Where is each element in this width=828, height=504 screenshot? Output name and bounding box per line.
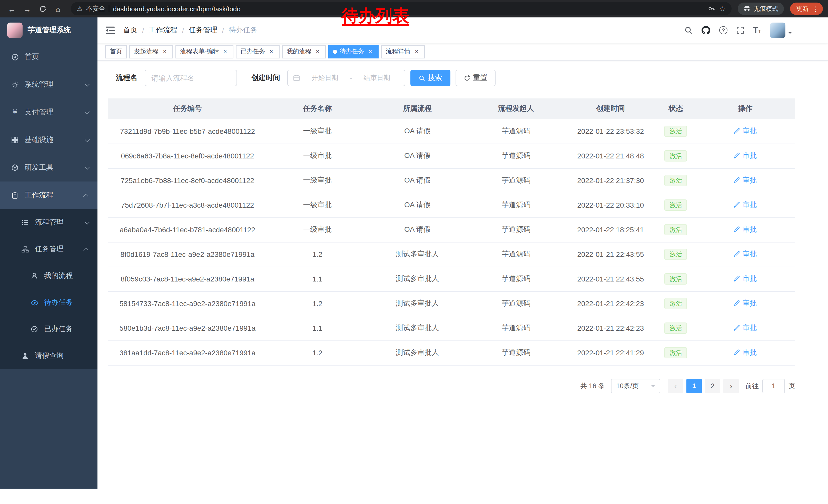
sidebar-item-home[interactable]: 首页 (0, 43, 97, 71)
update-button[interactable]: 更新 ⋮ (790, 3, 823, 15)
prev-page-button[interactable]: ‹ (668, 379, 683, 393)
page-button-1[interactable]: 1 (687, 379, 702, 393)
breadcrumb-current: 待办任务 (229, 26, 257, 35)
start-date-input[interactable]: 开始日期 (302, 73, 348, 83)
forward-button[interactable]: → (20, 2, 34, 15)
table-row: 8f0d1619-7ac8-11ec-a9e2-a2380e71991a 1.2… (108, 242, 795, 267)
workflow-submenu: 流程管理 任务管理 (0, 209, 97, 369)
breadcrumb-link-home[interactable]: 首页 (123, 26, 137, 35)
goto-page-input[interactable] (762, 379, 785, 393)
task-id-cell: 725a1eb6-7b88-11ec-8ef0-acde48001122 (108, 168, 267, 193)
task-id-cell: 58154733-7ac8-11ec-a9e2-a2380e71991a (108, 291, 267, 316)
key-icon[interactable] (708, 5, 715, 12)
process-cell: OA 请假 (368, 193, 467, 217)
task-id-cell: 75d72608-7b7f-11ec-a3c8-acde48001122 (108, 193, 267, 217)
help-icon[interactable]: ? (719, 26, 728, 34)
create-time-cell: 2022-01-21 22:41:29 (565, 340, 656, 365)
approve-button[interactable]: 审批 (734, 225, 757, 234)
page-button-2[interactable]: 2 (705, 379, 720, 393)
tags-bar: 首页 发起流程 × 流程表单-编辑 × 已办任务 × 我的流程 × (97, 43, 828, 60)
search-button[interactable]: 搜索 (410, 70, 450, 86)
reset-button[interactable]: 重置 (456, 70, 496, 86)
breadcrumb-link-task-management[interactable]: 任务管理 (189, 26, 217, 35)
col-actions: 操作 (695, 98, 795, 119)
range-separator: - (350, 74, 352, 82)
table-row: 381aa1dd-7ac8-11ec-a9e2-a2380e71991a 1.2… (108, 340, 795, 365)
font-size-icon[interactable]: TT (753, 26, 761, 34)
col-starter: 流程发起人 (467, 98, 565, 119)
page-size-select[interactable]: 10条/页 (611, 379, 660, 393)
star-icon[interactable]: ☆ (719, 5, 726, 13)
sidebar-item-process-management[interactable]: 流程管理 (0, 209, 97, 236)
close-icon[interactable]: × (268, 48, 275, 55)
close-icon[interactable]: × (413, 48, 420, 55)
approve-button[interactable]: 审批 (734, 324, 757, 333)
user-menu[interactable] (770, 22, 792, 38)
approve-button[interactable]: 审批 (734, 348, 757, 357)
process-name-input[interactable] (145, 70, 237, 86)
avatar[interactable] (770, 22, 785, 38)
search-icon[interactable] (685, 26, 693, 34)
grid-icon (10, 136, 19, 144)
sidebar-item-label: 支付管理 (25, 108, 53, 117)
breadcrumb-separator: / (142, 26, 144, 34)
status-badge: 激活 (665, 273, 687, 284)
tab-todo-tasks[interactable]: 待办任务 × (328, 45, 379, 58)
col-status: 状态 (656, 98, 696, 119)
approve-button[interactable]: 审批 (734, 200, 757, 210)
user-icon (20, 352, 30, 359)
sidebar-item-system[interactable]: 系统管理 (0, 71, 97, 98)
approve-button[interactable]: 审批 (734, 151, 757, 161)
task-name-cell: 1.2 (267, 242, 368, 267)
approve-button[interactable]: 审批 (734, 299, 757, 308)
breadcrumb-link-workflow[interactable]: 工作流程 (149, 26, 177, 35)
process-name-label: 流程名 (116, 73, 137, 83)
sidebar-item-leave-query[interactable]: 请假查询 (0, 342, 97, 369)
sidebar-item-devtools[interactable]: 研发工具 (0, 154, 97, 182)
action-cell: 审批 (695, 267, 795, 291)
action-cell: 审批 (695, 316, 795, 340)
task-id-cell: 8f059c03-7ac8-11ec-a9e2-a2380e71991a (108, 267, 267, 291)
sidebar-item-todo-tasks[interactable]: 待办任务 (0, 289, 97, 316)
sidebar-item-infrastructure[interactable]: 基础设施 (0, 126, 97, 154)
status-cell: 激活 (656, 217, 696, 242)
tab-home[interactable]: 首页 (105, 45, 127, 58)
tab-form-edit[interactable]: 流程表单-编辑 × (175, 45, 234, 58)
back-button[interactable]: ← (5, 2, 18, 15)
date-range-picker[interactable]: 开始日期 - 结束日期 (287, 70, 405, 86)
close-icon[interactable]: × (367, 48, 374, 55)
close-icon[interactable]: × (222, 48, 229, 55)
approve-button[interactable]: 审批 (734, 274, 757, 283)
reload-button[interactable] (36, 2, 49, 15)
sidebar-item-workflow[interactable]: 工作流程 (0, 182, 97, 209)
tab-start-process[interactable]: 发起流程 × (129, 45, 173, 58)
approve-button[interactable]: 审批 (734, 126, 757, 136)
menu-dots-icon[interactable]: ⋮ (812, 5, 819, 12)
next-page-button[interactable]: › (723, 379, 739, 393)
tab-process-detail[interactable]: 流程详情 × (381, 45, 425, 58)
tab-my-processes[interactable]: 我的流程 × (282, 45, 326, 58)
status-badge: 激活 (665, 249, 687, 260)
caret-down-icon (788, 32, 792, 36)
chevron-down-icon (85, 219, 90, 224)
collapse-sidebar-button[interactable] (106, 26, 115, 34)
home-button[interactable]: ⌂ (51, 2, 65, 15)
end-date-input[interactable]: 结束日期 (354, 73, 400, 83)
approve-button[interactable]: 审批 (734, 176, 757, 185)
tab-done-tasks[interactable]: 已办任务 × (236, 45, 280, 58)
sidebar-item-my-processes[interactable]: 我的流程 (0, 263, 97, 289)
sidebar-item-payment[interactable]: ￥ 支付管理 (0, 98, 97, 126)
incognito-label: 无痕模式 (754, 4, 778, 13)
col-task-id: 任务编号 (108, 98, 267, 119)
sidebar-item-task-management[interactable]: 任务管理 (0, 236, 97, 263)
sidebar-item-done-tasks[interactable]: 已办任务 (0, 316, 97, 342)
fullscreen-icon[interactable] (736, 26, 744, 34)
divider (109, 5, 110, 12)
app: 芋道管理系统 首页 系统管理 ￥ (0, 17, 828, 489)
github-icon[interactable] (701, 26, 710, 35)
close-icon[interactable]: × (161, 48, 168, 55)
close-icon[interactable]: × (314, 48, 321, 55)
browser-chrome: ← → ⌂ ⚠ 不安全 dashboard.yudao.iocoder.cn/b… (0, 0, 828, 17)
status-cell: 激活 (656, 119, 696, 144)
approve-button[interactable]: 审批 (734, 250, 757, 259)
